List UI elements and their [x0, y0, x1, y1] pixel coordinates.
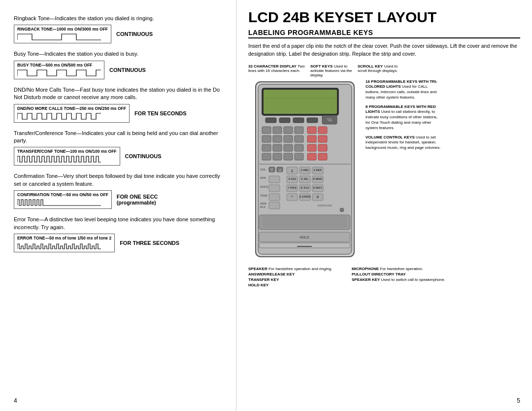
svg-rect-7	[293, 118, 304, 123]
svg-rect-3	[264, 90, 337, 114]
left-page: Ringback Tone—Indicates the station you …	[0, 0, 236, 411]
svg-text:SAMSUNG: SAMSUNG	[317, 204, 332, 207]
transfer-key-label: TRANSFER KEY	[248, 277, 347, 282]
svg-text:ANS/: ANS/	[260, 202, 266, 205]
bottom-left-labels: SPEAKER For handsfree operation and ring…	[248, 267, 347, 287]
ringback-box-label: RINGBACK TONE—1000 ms ON/3000 ms OFF	[17, 27, 108, 32]
transfer-box: TRANSFER/CONF TONE—100 ms ON/100 ms OFF	[14, 147, 120, 166]
confirmation-row: CONFIRMATION TONE—50 ms ON/50 ms OFF FOR…	[14, 190, 222, 209]
page-num-left: 4	[14, 397, 17, 404]
prog8-annotation: 8 PROGRAMMABLE KEYS WITH RED LIGHTS Used…	[366, 104, 442, 131]
svg-rect-28	[318, 127, 327, 134]
busy-waveform	[17, 68, 101, 77]
svg-text:▽△: ▽△	[327, 118, 332, 121]
svg-rect-19	[262, 144, 271, 151]
speaker-label: SPEAKER For handsfree operation and ring…	[248, 267, 347, 271]
svg-rect-8	[307, 118, 318, 123]
busy-row: BUSY TONE—500 ms ON/500 ms OFF CONTINUOU…	[14, 61, 222, 79]
error-label: FOR THREE SECONDS	[120, 240, 179, 246]
svg-rect-22	[295, 144, 303, 151]
svg-point-82	[340, 208, 344, 212]
busy-section: Busy Tone—Indicates the station you dial…	[14, 50, 222, 79]
confirmation-label: FOR ONE SECC	[117, 194, 158, 200]
svg-text:5 JKL: 5 JKL	[301, 177, 309, 180]
svg-rect-64	[269, 194, 280, 201]
svg-text:HOLD: HOLD	[299, 236, 309, 239]
svg-rect-32	[318, 144, 327, 151]
ringback-box: RINGBACK TONE—1000 ms ON/3000 ms OFF	[14, 25, 111, 43]
dnd-box-label: DND/NO MORE CALLS TONE—250 ms ON/250 ms …	[17, 106, 126, 111]
answer-release-label: ANSWER/RELEASE KEY	[248, 272, 347, 276]
transfer-row: TRANSFER/CONF TONE—100 ms ON/100 ms OFF …	[14, 147, 222, 166]
dnd-section: DND/No More Calls Tone—Fast busy tone in…	[14, 86, 222, 123]
svg-rect-25	[284, 153, 293, 160]
confirmation-desc: Confirmation Tone—Very short beeps follo…	[14, 172, 222, 188]
svg-text:▬▬▬▬▬: ▬▬▬▬▬	[297, 244, 312, 247]
svg-rect-48	[269, 176, 280, 183]
svg-text:6 MNO: 6 MNO	[313, 177, 322, 180]
right-page: LCD 24B KEYSET LAYOUT LABELING PROGRAMMA…	[236, 0, 532, 411]
svg-text:TRSF: TRSF	[260, 194, 268, 197]
busy-box: BUSY TONE—500 ms ON/500 ms OFF	[14, 61, 104, 79]
svg-rect-18	[295, 136, 303, 142]
main-title: LCD 24B KEYSET LAYOUT	[248, 10, 520, 25]
hold-key-label: HOLD KEY	[248, 283, 347, 287]
svg-rect-12	[273, 127, 282, 134]
svg-rect-17	[284, 136, 293, 142]
ringback-desc: Ringback Tone—Indicates the station you …	[14, 15, 222, 22]
ringback-section: Ringback Tone—Indicates the station you …	[14, 15, 222, 43]
error-desc: Error Tone—A distinctive two level beepi…	[14, 216, 222, 231]
svg-rect-26	[295, 153, 303, 160]
error-box-label: ERROR TONE—50 ms of tone 1/50 ms of tone…	[17, 236, 111, 240]
dnd-desc: DND/No More Calls Tone—Fast busy tone in…	[14, 86, 222, 102]
error-box: ERROR TONE—50 ms of tone 1/50 ms of tone…	[14, 234, 115, 252]
svg-rect-5	[266, 118, 276, 123]
confirmation-waveform	[17, 198, 108, 207]
intro-text: Insert the end of a paper clip into the …	[248, 42, 520, 58]
svg-text:0 OPER: 0 OPER	[299, 195, 311, 198]
error-waveform	[17, 241, 111, 250]
svg-rect-23	[262, 153, 271, 160]
confirmation-box: CONFIRMATION TONE—50 ms ON/50 ms OFF	[14, 190, 112, 209]
svg-rect-20	[273, 144, 282, 151]
bottom-right-labels: MICROPHONE For handsfree operation. PULL…	[352, 267, 520, 287]
svg-text:VOL: VOL	[260, 168, 266, 171]
svg-text:RLS: RLS	[260, 206, 266, 208]
busy-box-label: BUSY TONE—500 ms ON/500 ms OFF	[17, 63, 101, 68]
display-annotation: 32 CHARACTER DISPLAY Two lines with 16 c…	[248, 64, 307, 77]
confirmation-label2: (programmable)	[117, 200, 158, 206]
ringback-row: RINGBACK TONE—1000 ms ON/3000 ms OFF CON…	[14, 25, 222, 43]
svg-text:8 TUV: 8 TUV	[301, 186, 309, 189]
dnd-box: DND/NO MORE CALLS TONE—250 ms ON/250 ms …	[14, 104, 130, 123]
transfer-section: Transfer/Conference Tone—Indicates your …	[14, 130, 222, 166]
error-section: Error Tone—A distinctive two level beepi…	[14, 216, 222, 252]
svg-rect-27	[307, 127, 316, 134]
ringback-waveform	[17, 33, 108, 41]
svg-rect-56	[269, 185, 280, 192]
scroll-key-annotation: SCROLL KEY Used to scroll through displa…	[358, 64, 402, 77]
transfer-label: CONTINUOUS	[125, 153, 162, 159]
svg-rect-6	[279, 118, 290, 123]
ringback-label: CONTINUOUS	[116, 31, 153, 37]
svg-rect-29	[307, 136, 316, 142]
svg-text:3 DEF: 3 DEF	[313, 169, 322, 171]
error-row: ERROR TONE—50 ms of tone 1/50 ms of tone…	[14, 234, 222, 252]
busy-desc: Busy Tone—Indicates the station you dial…	[14, 50, 222, 58]
dnd-waveform	[17, 112, 126, 121]
dnd-label: FOR TEN SECONDS	[134, 110, 187, 116]
section-title: LABELING PROGRAMMABLE KEYS	[248, 29, 520, 38]
phone-diagram: ▽△	[248, 79, 362, 263]
volume-bold: VOLUME CONTROL KEYS	[366, 135, 415, 139]
microphone-label: MICROPHONE For handsfree operation.	[352, 267, 520, 271]
svg-rect-30	[318, 136, 327, 142]
soft-keys-annotation: SOFT KEYS Used to activate features via …	[310, 64, 355, 77]
prog16-annotation: 16 PROGRAMMABLE KEYS WITH TRI-COLORED LI…	[366, 79, 442, 101]
transfer-waveform	[17, 155, 117, 164]
svg-rect-14	[295, 127, 303, 134]
svg-text:HOLD: HOLD	[260, 185, 268, 188]
svg-text:2 ABC: 2 ABC	[300, 169, 309, 171]
svg-text:*: *	[291, 195, 293, 199]
svg-text:7 PRS: 7 PRS	[288, 186, 296, 189]
confirmation-box-label: CONFIRMATION TONE—50 ms ON/50 ms OFF	[17, 192, 108, 197]
diagram-area: ▽△	[248, 79, 520, 263]
